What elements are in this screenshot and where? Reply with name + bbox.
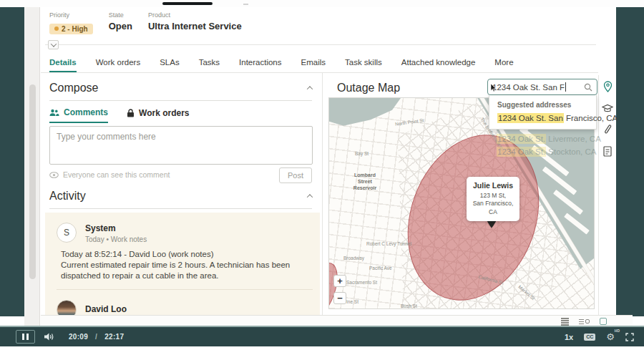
post-button[interactable]: Post [279,167,312,183]
activity-feed: S System Today • Work notes Today at 8:5… [45,213,320,315]
compose-activity-panel: Compose Comments Work orders [41,73,323,315]
customer-popup: Julie Lewis 123 M St, San Francisco, CA [467,177,519,221]
tab-slas[interactable]: SLAs [160,58,180,72]
entry-author: David Loo [57,300,313,314]
tab-details[interactable]: Details [49,58,77,72]
visibility-note: Everyone can see this comment [49,170,170,179]
chevron-up-icon[interactable] [307,86,313,92]
priority-label: Priority [49,11,93,19]
entry-line: Today at 8:52:14 - David Loo (work notes… [61,249,306,260]
map-water-cove [329,98,401,128]
time-current: 20:09 [69,333,88,341]
suggestion-rest: Stockton, CA [546,147,596,156]
suggestion-item-ghost[interactable]: 1234 Oak St. Stockton, CA [497,147,640,156]
address-suggestions-dropdown: Suggested addresses 1234 Oak St. San Fra… [489,95,597,130]
map-place-label: Lombard Street Reservoir [349,172,381,191]
text-caret [565,82,566,92]
search-input[interactable]: 1234 Oak St. San F [487,79,597,95]
map-street-label: Sacramento St [346,280,377,285]
captions-button[interactable]: CC [584,334,595,341]
map-street-label: Robert C Levy Tunnel [366,241,411,246]
outage-map-panel: Outage Map 1234 Oak St. San F Suggested … [323,73,598,315]
product-value: Ultra Internet Service [148,21,242,31]
playback-speed-button[interactable]: 1x [565,333,573,341]
more-label: More [494,58,513,67]
knowledge-cap-icon[interactable] [602,102,613,114]
top-strip [0,0,644,7]
outage-map-title: Outage Map [337,82,400,94]
tab-more[interactable]: More [494,58,522,72]
progress-marker [162,2,213,5]
paperclip-icon[interactable] [602,124,613,135]
tab-emails[interactable]: Emails [301,58,326,72]
location-pin-icon[interactable] [602,81,613,92]
tab-comments[interactable]: Comments [49,107,108,123]
state-label: State [109,11,132,19]
chevron-down-icon [50,41,56,47]
volume-icon[interactable] [44,332,54,341]
map-zoom-out-button[interactable]: − [333,292,346,304]
work-orders-label: Work orders [139,108,189,118]
chevron-up-icon[interactable] [307,194,313,200]
search-icon[interactable] [584,83,592,92]
map-street-label: Pacific Ave [369,266,392,271]
suggestion-item[interactable]: 1234 Oak St. San Francisco, CA [489,111,596,129]
compose-header: Compose [49,82,312,94]
customer-address-line1: 123 M St, [469,192,517,200]
entry-line: Current estimated repair time is 2 hours… [61,260,306,281]
content-footer [41,315,633,326]
suggestion-highlight: 1234 Oak St. [497,147,546,157]
entry-meta: Today • Work notes [57,235,313,243]
suggestion-rest: Francisco, CA [564,114,618,122]
activity-title: Activity [49,190,86,203]
tab-work-orders[interactable]: Work orders [96,58,140,72]
activity-header: Activity [49,190,312,203]
bottom-strip [0,346,644,355]
suggestion-item-ghost[interactable]: 1234 Oak St. Livermore, CA [497,135,640,143]
video-player-bar: 20:09 / 22:17 1x CC ⚙HD [0,326,644,346]
gear-icon[interactable]: ⚙HD [606,332,615,341]
map-street-label: Bay St [355,151,369,156]
product-label: Product [148,11,242,19]
expand-view-icon[interactable] [600,318,607,325]
time-separator: / [95,333,97,341]
scrollbar-gutter [24,7,40,326]
state-value: Open [109,21,132,31]
collapse-header-button[interactable] [48,40,59,49]
header-divider [45,44,596,45]
field-priority: Priority 2 - High [49,11,93,34]
compact-view-icon[interactable] [579,319,590,325]
tab-tasks[interactable]: Tasks [199,58,220,72]
map-street-label: North Point St [395,117,424,127]
main-tabbar: Details Work orders SLAs Tasks Interacti… [49,52,523,72]
map-street-label: Bush St [401,303,417,308]
hd-badge: HD [615,329,620,333]
customer-address-line2: San Francisco, CA [469,200,517,216]
context-icon-rail [598,75,616,315]
app-window: Priority 2 - High State Open Product Ult… [24,7,616,326]
fullscreen-icon[interactable] [625,333,634,341]
list-view-icon[interactable] [561,318,569,326]
frame-right [616,7,644,316]
tab-compose-work-orders[interactable]: Work orders [127,107,189,123]
divider [49,208,312,209]
compose-tabs: Comments Work orders [49,107,189,123]
map-zoom-in-button[interactable]: + [333,275,346,287]
entry-body: Today at 8:52:14 - David Loo (work notes… [57,243,313,289]
mouse-cursor-icon [490,84,497,92]
people-icon [49,109,59,117]
tab-attached-knowledge[interactable]: Attached knowledge [401,58,476,72]
field-product: Product Ultra Internet Service [148,11,242,34]
suggestions-header: Suggested addresses [489,95,596,111]
scrollbar-thumb[interactable] [29,84,36,279]
lock-icon [127,109,135,117]
pause-button[interactable] [16,330,35,344]
tab-task-skills[interactable]: Task skills [345,58,382,72]
eye-icon [49,172,59,178]
suggestion-highlight: 1234 Oak St. [497,134,546,144]
playback-time: 20:09 / 22:17 [69,333,124,341]
comment-input[interactable] [49,126,313,165]
frame-left [0,7,24,316]
tab-interactions[interactable]: Interactions [239,58,281,72]
customer-name: Julie Lewis [469,181,517,190]
